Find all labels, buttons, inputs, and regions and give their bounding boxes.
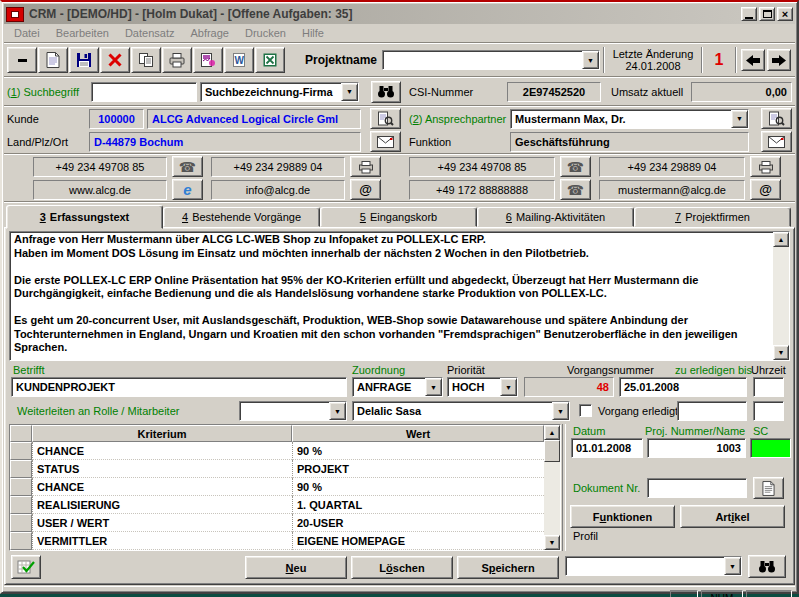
- zuordnung-combobox[interactable]: ANFRAGE ▼: [352, 377, 443, 397]
- scroll-up-button[interactable]: ▲: [773, 232, 789, 247]
- menu-abfrage[interactable]: Abfrage: [182, 26, 237, 40]
- firma-fax-button[interactable]: [350, 156, 381, 177]
- search-button[interactable]: [371, 81, 401, 103]
- vorgang-erledigt-checkbox[interactable]: [579, 404, 592, 417]
- row-selector[interactable]: [10, 496, 32, 514]
- erfassungstext-textarea[interactable]: Anfrage von Herr Mustermann über ALCG LC…: [9, 231, 790, 361]
- row-selector[interactable]: [10, 442, 32, 460]
- table-row[interactable]: REALISIERUNG1. QUARTAL: [10, 496, 544, 514]
- firma-web-button[interactable]: e: [172, 179, 203, 200]
- projektname-combobox[interactable]: ▼: [382, 50, 600, 70]
- tab-mailing-aktivitaeten[interactable]: 6Mailing-Aktivitäten: [477, 207, 634, 227]
- partner-brief-button[interactable]: [761, 131, 792, 152]
- neu-button[interactable]: Neu: [245, 556, 347, 579]
- print-button[interactable]: [162, 47, 192, 73]
- menu-bearbeiten[interactable]: Bearbeiten: [48, 26, 117, 40]
- loeschen-button[interactable]: Löschen: [351, 556, 453, 579]
- previous-record-button[interactable]: [741, 49, 765, 71]
- tab-erfassungstext[interactable]: 3Erfassungstext: [6, 205, 163, 229]
- funktionen-button[interactable]: Funktionen: [570, 505, 675, 528]
- firma-email-button[interactable]: @: [350, 179, 381, 200]
- suchfilter-combobox[interactable]: Suchbezeichnung-Firma ▼: [200, 82, 359, 102]
- kunde-preview-button[interactable]: [370, 108, 401, 129]
- dropdown-icon[interactable]: ▼: [500, 378, 517, 396]
- dokument-nr-input[interactable]: [647, 478, 747, 498]
- copy-button[interactable]: [131, 47, 161, 73]
- dropdown-icon[interactable]: ▼: [329, 402, 346, 420]
- table-row[interactable]: CHANCE90 %: [10, 442, 544, 460]
- datum-input[interactable]: 01.01.2008: [571, 438, 643, 458]
- maximize-button[interactable]: [759, 7, 775, 21]
- scrollbar-track[interactable]: [544, 440, 560, 535]
- menu-datei[interactable]: Datei: [6, 26, 48, 40]
- menu-datensatz[interactable]: Datensatz: [117, 26, 183, 40]
- close-button[interactable]: ×: [777, 7, 793, 21]
- mitarbeiter-combobox[interactable]: Delalic Sasa ▼: [352, 401, 570, 421]
- proj-nummer-input[interactable]: 1003: [647, 438, 746, 458]
- new-document-icon: [46, 52, 60, 68]
- wert-column-header[interactable]: Wert: [292, 425, 544, 442]
- dropdown-icon[interactable]: ▼: [341, 83, 358, 101]
- dropdown-icon[interactable]: ▼: [582, 51, 599, 69]
- row-selector[interactable]: [10, 514, 32, 532]
- scrollbar-thumb[interactable]: [544, 440, 560, 462]
- scrollbar-track[interactable]: [773, 247, 789, 345]
- erledigt-datum-input[interactable]: [677, 401, 747, 421]
- row-selector[interactable]: [10, 460, 32, 478]
- profil-suche-button[interactable]: [748, 555, 786, 578]
- menu-hilfe[interactable]: Hilfe: [294, 26, 332, 40]
- partner-fax-button[interactable]: [750, 156, 781, 177]
- tab-eingangskorb[interactable]: 5Eingangskorb: [320, 207, 477, 227]
- kriterium-column-header[interactable]: Kriterium: [32, 425, 292, 442]
- table-scrollbar[interactable]: ▲ ▼: [544, 425, 560, 550]
- partner-preview-button[interactable]: [761, 108, 792, 129]
- ansprechpartner-combobox[interactable]: Mustermann Max, Dr. ▼: [510, 109, 749, 129]
- weiterleiten-combobox[interactable]: ▼: [239, 401, 347, 421]
- collapse-button[interactable]: [7, 47, 37, 73]
- suchbegriff-input[interactable]: [91, 82, 197, 102]
- erledigt-uhrzeit-input[interactable]: [753, 401, 784, 421]
- tab-projektfirmen[interactable]: 7Projektfirmen: [634, 207, 791, 227]
- betrifft-input[interactable]: KUNDENPROJEKT: [11, 377, 347, 397]
- table-row[interactable]: USER / WERT20-USER: [10, 514, 544, 532]
- partner-mobil-button[interactable]: ☎: [560, 179, 591, 200]
- scroll-down-button[interactable]: ▼: [544, 535, 560, 550]
- table-row[interactable]: VERMITTLEREIGENE HOMEPAGE: [10, 532, 544, 550]
- next-record-button[interactable]: [767, 49, 791, 71]
- zu-erledigen-input[interactable]: 25.01.2008: [619, 377, 747, 397]
- table-row[interactable]: STATUSPROJEKT: [10, 460, 544, 478]
- dropdown-icon[interactable]: ▼: [724, 557, 741, 575]
- scroll-up-button[interactable]: ▲: [544, 425, 560, 440]
- scroll-down-button[interactable]: ▼: [773, 345, 789, 360]
- dropdown-icon[interactable]: ▼: [552, 402, 569, 420]
- uhrzeit-input[interactable]: [753, 377, 784, 397]
- textarea-scrollbar[interactable]: ▲ ▼: [773, 232, 789, 360]
- save-button[interactable]: [69, 47, 99, 73]
- minimize-button[interactable]: [741, 7, 757, 21]
- excel-export-button[interactable]: [255, 47, 285, 73]
- speichern-button[interactable]: Speichern: [457, 556, 559, 579]
- row-selector[interactable]: [10, 478, 32, 496]
- titlebar[interactable]: CRM - [DEMO/HD] - [Holm Dukat] - [Offene…: [4, 4, 795, 24]
- delete-button[interactable]: [100, 47, 130, 73]
- prioritaet-combobox[interactable]: HOCH ▼: [447, 377, 518, 397]
- partner-email-button[interactable]: @: [750, 179, 781, 200]
- envelope-icon: [768, 136, 785, 148]
- dokument-button[interactable]: [753, 477, 784, 499]
- artikel-button[interactable]: Artikel: [680, 505, 785, 528]
- firma-brief-button[interactable]: [370, 131, 401, 152]
- report-button[interactable]: [193, 47, 223, 73]
- partner-anrufen-button[interactable]: ☎: [560, 156, 591, 177]
- table-row[interactable]: CHANCE90 %: [10, 478, 544, 496]
- new-record-button[interactable]: [38, 47, 68, 73]
- row-selector[interactable]: [10, 532, 32, 550]
- word-export-button[interactable]: W: [224, 47, 254, 73]
- kriterien-grid-button[interactable]: [11, 555, 41, 579]
- profil-combobox[interactable]: ▼: [565, 556, 742, 576]
- erfassungstext-content[interactable]: Anfrage von Herr Mustermann über ALCG LC…: [10, 232, 773, 360]
- menu-drucken[interactable]: Drucken: [237, 26, 294, 40]
- tab-bestehende-vorgaenge[interactable]: 4Bestehende Vorgänge: [163, 207, 320, 227]
- dropdown-icon[interactable]: ▼: [425, 378, 442, 396]
- firma-anrufen-button[interactable]: ☎: [172, 156, 203, 177]
- dropdown-icon[interactable]: ▼: [731, 110, 748, 128]
